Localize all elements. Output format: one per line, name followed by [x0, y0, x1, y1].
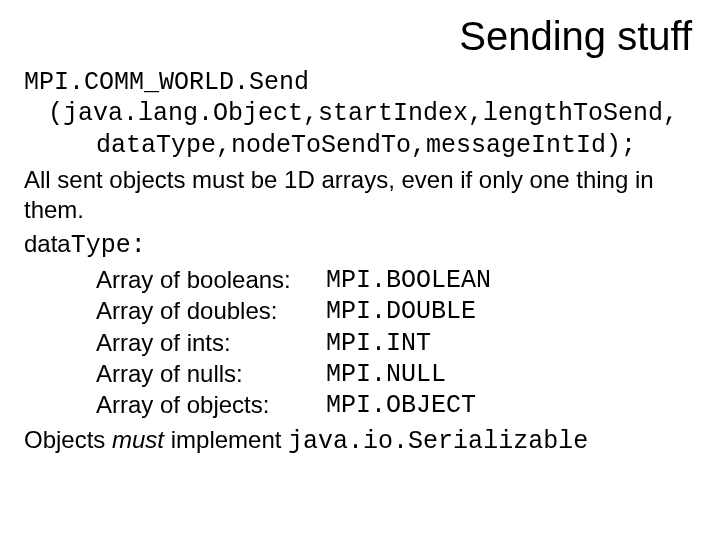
- note-arrays: All sent objects must be 1D arrays, even…: [24, 165, 696, 225]
- type-label: Array of ints:: [96, 328, 326, 359]
- datatype-label: dataType:: [24, 229, 696, 261]
- code-line-2: (java.lang.Object,startIndex,lengthToSen…: [48, 98, 696, 129]
- code-line-1: MPI.COMM_WORLD.Send: [24, 67, 696, 98]
- type-value: MPI.NULL: [326, 359, 446, 390]
- type-value: MPI.OBJECT: [326, 390, 476, 421]
- type-label: Array of nulls:: [96, 359, 326, 390]
- type-label: Array of doubles:: [96, 296, 326, 327]
- serializable-prefix: Objects: [24, 426, 112, 453]
- type-value: MPI.DOUBLE: [326, 296, 476, 327]
- datatype-label-prefix: data: [24, 230, 71, 257]
- type-label: Array of booleans:: [96, 265, 326, 296]
- type-row: Array of booleans: MPI.BOOLEAN: [96, 265, 696, 296]
- type-row: Array of doubles: MPI.DOUBLE: [96, 296, 696, 327]
- type-value: MPI.BOOLEAN: [326, 265, 491, 296]
- type-row: Array of nulls: MPI.NULL: [96, 359, 696, 390]
- serializable-note: Objects must implement java.io.Serializa…: [24, 425, 696, 457]
- code-line-3: dataType,nodeToSendTo,messageIntId);: [96, 130, 696, 161]
- serializable-class: java.io.Serializable: [288, 427, 588, 456]
- slide-title: Sending stuff: [24, 14, 696, 59]
- type-label: Array of objects:: [96, 390, 326, 421]
- type-row: Array of objects: MPI.OBJECT: [96, 390, 696, 421]
- type-row: Array of ints: MPI.INT: [96, 328, 696, 359]
- serializable-must: must: [112, 426, 164, 453]
- type-table: Array of booleans: MPI.BOOLEAN Array of …: [96, 265, 696, 421]
- datatype-label-mono: Type:: [71, 231, 146, 260]
- slide: Sending stuff MPI.COMM_WORLD.Send (java.…: [0, 0, 720, 540]
- slide-body: MPI.COMM_WORLD.Send (java.lang.Object,st…: [24, 67, 696, 458]
- serializable-mid: implement: [164, 426, 288, 453]
- type-value: MPI.INT: [326, 328, 431, 359]
